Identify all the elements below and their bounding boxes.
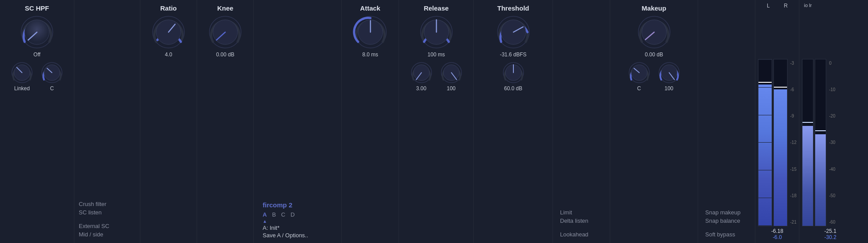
r-meter-bar bbox=[773, 59, 787, 226]
snap-balance-option[interactable]: Snap balance bbox=[705, 217, 748, 225]
io-meters: 0 -10 -20 -30 -40 -50 -60 bbox=[802, 10, 858, 226]
tick-neg15: -15 bbox=[790, 167, 796, 172]
preset-slot-d[interactable]: D bbox=[290, 211, 294, 218]
lr-white-value: -6.18 bbox=[771, 228, 783, 234]
delta-listen-option[interactable]: Delta listen bbox=[560, 217, 603, 225]
sc-hpf-label: SC HPF bbox=[25, 4, 49, 12]
makeup-100-knob[interactable]: 100 bbox=[658, 61, 681, 92]
knee-label: Knee bbox=[217, 4, 234, 12]
snap-makeup-option[interactable]: Snap makeup bbox=[705, 208, 748, 217]
io-tick-neg10: -10 bbox=[829, 87, 835, 92]
c-label: C bbox=[50, 85, 54, 92]
c-knob[interactable]: C bbox=[40, 61, 63, 92]
release-value: 100 ms bbox=[428, 52, 445, 58]
preset-slots: A B C D bbox=[263, 211, 333, 218]
ratio-value: 4.0 bbox=[165, 52, 172, 58]
release-sub1-knob[interactable]: 3.00 bbox=[410, 61, 433, 92]
io-blue-value: -30.2 bbox=[824, 234, 836, 240]
release-sub1-value: 3.00 bbox=[416, 85, 426, 92]
release-sub2-knob[interactable]: 100 bbox=[440, 61, 463, 92]
sc-hpf-value: Off bbox=[33, 52, 40, 58]
makeup-options: Snap makeup Snap balance Soft bypass bbox=[698, 0, 755, 243]
threshold-value: -31.6 dBFS bbox=[500, 52, 527, 58]
preset-section: fircomp 2 A B C D ▲ A: Init* Save A / Op… bbox=[254, 0, 342, 243]
tick-neg6: -6 bbox=[790, 87, 796, 92]
release-section: Release 100 ms 3.00 bbox=[399, 0, 474, 243]
io-readings: -25.1 -30.2 bbox=[802, 228, 858, 240]
io-white-value: -25.1 bbox=[824, 228, 836, 234]
io-labels: io lr bbox=[802, 3, 858, 8]
makeup-knob[interactable]: 0.00 dB bbox=[637, 15, 672, 58]
lr-meters: -3 -6 -9 -12 -15 -18 -21 bbox=[758, 11, 796, 226]
threshold-section: Threshold -31.6 dBFS 60.0 dB bbox=[474, 0, 553, 243]
lookahead-option[interactable]: Lookahead bbox=[560, 230, 603, 239]
makeup-label: Makeup bbox=[642, 4, 667, 12]
crush-filter-option[interactable]: Crush filter bbox=[79, 200, 133, 208]
l-meter-bar bbox=[758, 59, 772, 226]
preset-slot-a[interactable]: A bbox=[263, 211, 267, 218]
tick-neg21: -21 bbox=[790, 220, 796, 225]
io-tick-neg40: -40 bbox=[829, 167, 835, 172]
ratio-label: Ratio bbox=[160, 4, 177, 12]
release-sub2-value: 100 bbox=[447, 85, 455, 92]
sc-listen-option[interactable]: SC listen bbox=[79, 208, 133, 217]
io-meter-section: io lr 0 -10 -20 -30 -40 -50 -60 bbox=[799, 0, 861, 243]
plugin-container: SC HPF Off bbox=[0, 0, 868, 243]
lr-blue-value: -6.0 bbox=[773, 234, 782, 240]
attack-knob[interactable]: 8.0 ms bbox=[353, 15, 388, 58]
ratio-section: Ratio 4.0 bbox=[140, 0, 197, 243]
io-tick-0: 0 bbox=[829, 61, 835, 66]
preset-init: A: Init* bbox=[263, 225, 333, 231]
io-label: io lr bbox=[804, 3, 812, 8]
linked-knob[interactable]: Linked bbox=[11, 61, 33, 92]
io-meter-bar2 bbox=[815, 59, 826, 226]
makeup-c-knob[interactable]: C bbox=[628, 61, 651, 92]
makeup-100-value: 100 bbox=[664, 85, 673, 92]
knee-section: Knee 0.00 dB bbox=[197, 0, 254, 243]
attack-section: Attack 8.0 ms bbox=[342, 0, 399, 243]
l-label: L bbox=[767, 3, 770, 9]
lr-scale: -3 -6 -9 -12 -15 -18 -21 bbox=[790, 59, 796, 226]
release-label: Release bbox=[424, 4, 449, 12]
sc-hpf-knob[interactable]: Off bbox=[19, 15, 55, 58]
preset-slot-arrow: ▲ bbox=[263, 219, 333, 224]
threshold-sub-knob[interactable]: 60.0 dB bbox=[502, 61, 525, 92]
soft-bypass-option[interactable]: Soft bypass bbox=[705, 230, 748, 239]
io-tick-neg20: -20 bbox=[829, 114, 835, 118]
knee-knob[interactable]: 0.00 dB bbox=[208, 15, 243, 58]
attack-label: Attack bbox=[360, 4, 381, 12]
makeup-c-label: C bbox=[637, 85, 641, 92]
tick-neg9: -9 bbox=[790, 114, 796, 118]
knee-value: 0.00 dB bbox=[216, 52, 234, 58]
tick-neg12: -12 bbox=[790, 140, 796, 145]
lr-labels: L R bbox=[758, 3, 796, 9]
preset-name: fircomp 2 bbox=[263, 201, 333, 209]
preset-slot-c[interactable]: C bbox=[281, 211, 285, 218]
preset-save[interactable]: Save A / Options.. bbox=[263, 232, 333, 239]
mid-side-option[interactable]: Mid / side bbox=[79, 230, 133, 239]
linked-label: Linked bbox=[14, 85, 29, 92]
threshold-options: Limit Delta listen Lookahead bbox=[553, 0, 610, 243]
makeup-section: Makeup 0.00 dB C bbox=[610, 0, 698, 243]
threshold-label: Threshold bbox=[497, 4, 529, 12]
io-tick-neg60: -60 bbox=[829, 220, 835, 225]
preset-slot-b[interactable]: B bbox=[272, 211, 276, 218]
external-sc-option[interactable]: External SC bbox=[79, 222, 133, 230]
io-tick-neg30: -30 bbox=[829, 140, 835, 145]
release-main-knob[interactable]: 100 ms bbox=[419, 15, 454, 58]
tick-neg3: -3 bbox=[790, 61, 796, 66]
lr-meter-section: L R bbox=[755, 0, 799, 243]
threshold-sub-value: 60.0 dB bbox=[504, 85, 522, 92]
sc-hpf-section: SC HPF Off bbox=[0, 0, 74, 243]
limit-option[interactable]: Limit bbox=[560, 208, 603, 217]
bottom-left-options: Crush filter SC listen External SC Mid /… bbox=[74, 0, 140, 243]
makeup-value: 0.00 dB bbox=[645, 52, 663, 58]
tick-neg18: -18 bbox=[790, 193, 796, 198]
io-scale: 0 -10 -20 -30 -40 -50 -60 bbox=[829, 59, 835, 226]
r-label: R bbox=[784, 3, 788, 9]
lr-readings: -6.18 -6.0 bbox=[758, 228, 796, 240]
threshold-knob[interactable]: -31.6 dBFS bbox=[496, 15, 531, 58]
io-meter-bar1 bbox=[802, 59, 813, 226]
io-tick-neg50: -50 bbox=[829, 193, 835, 198]
ratio-knob[interactable]: 4.0 bbox=[151, 15, 186, 58]
